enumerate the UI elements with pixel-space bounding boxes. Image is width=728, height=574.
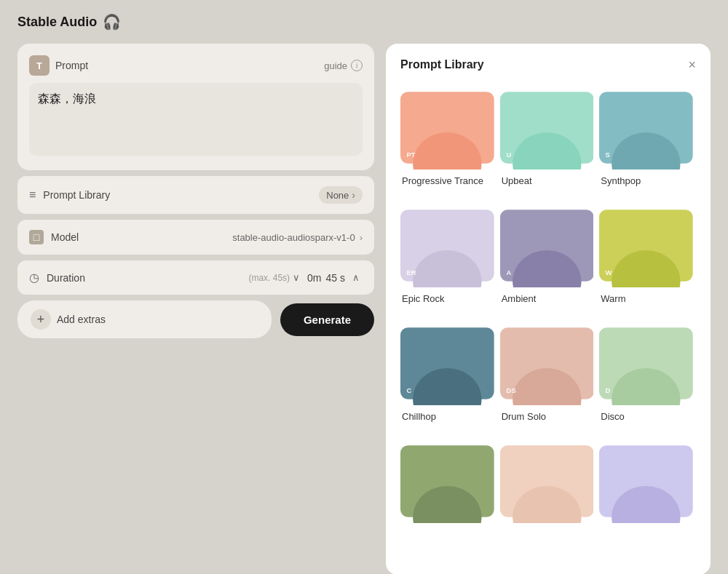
genre-thumbnail-synthpop: S [599, 86, 693, 170]
prompt-header: T Prompt guide i [29, 55, 363, 76]
duration-chevron-down-btn[interactable]: ∨ [290, 271, 303, 284]
app-title: Stable Audio [17, 15, 97, 30]
genre-card-ambient[interactable]: A Ambient [500, 204, 594, 316]
add-extras-label: Add extras [57, 314, 106, 325]
badge-chevron-icon: › [352, 189, 355, 201]
genre-card-drum-solo[interactable]: DS Drum Solo [500, 322, 594, 434]
logo-icon: 🎧 [103, 13, 121, 31]
svg-text:C: C [407, 386, 412, 394]
genre-name-genre10 [400, 529, 403, 540]
model-value: stable-audio-audiosparx-v1-0 [232, 232, 355, 243]
genre-name-upbeat: Upbeat [500, 175, 534, 186]
genre-card-warm[interactable]: W Warm [599, 204, 693, 316]
genre-thumbnail-warm: W [599, 204, 693, 287]
duration-row: ◷ Duration (max. 45s) ∨ 0m 45 s ∧ [17, 260, 374, 295]
info-icon: i [351, 60, 363, 71]
genre-thumbnail-epic-rock: ER [400, 204, 494, 287]
genre-name-warm: Warm [599, 293, 627, 304]
genre-name-progressive-trance: Progressive Trance [400, 175, 485, 186]
library-header: Prompt Library × [400, 58, 696, 71]
app-header: Stable Audio 🎧 [0, 0, 728, 44]
genre-thumbnail-upbeat: U [500, 86, 594, 170]
svg-text:D: D [606, 386, 611, 394]
prompt-avatar: T [29, 55, 50, 76]
duration-max-label: (max. 45s) [248, 273, 290, 283]
prompt-textarea[interactable]: 森森，海浪 [29, 83, 363, 156]
duration-label: Duration [47, 272, 248, 284]
genre-name-synthpop: Synthpop [599, 175, 642, 186]
genre-card-upbeat[interactable]: U Upbeat [500, 86, 594, 198]
duration-seconds: 45 s [326, 272, 345, 284]
genre-thumbnail-genre11 [500, 439, 594, 523]
close-library-button[interactable]: × [688, 58, 696, 71]
svg-text:DS: DS [506, 386, 515, 394]
genre-thumbnail-genre10 [400, 439, 494, 523]
genre-card-progressive-trance[interactable]: PT Progressive Trance [400, 86, 494, 198]
genre-card-genre10[interactable] [400, 439, 494, 551]
genre-card-chillhop[interactable]: C Chillhop [400, 322, 494, 434]
svg-text:U: U [506, 151, 511, 159]
genre-thumbnail-disco: D [599, 322, 693, 405]
svg-text:PT: PT [407, 151, 416, 159]
prompt-library-panel: Prompt Library × PT Progressive Trance U… [386, 44, 711, 574]
genre-thumbnail-drum-solo: DS [500, 322, 594, 405]
genre-name-drum-solo: Drum Solo [500, 411, 547, 422]
genre-thumbnail-ambient: A [500, 204, 594, 287]
main-content: T Prompt guide i 森森，海浪 ≡ Prompt Library … [0, 44, 728, 574]
svg-text:A: A [506, 268, 511, 276]
library-grid: PT Progressive Trance U Upbeat S Synthpo… [400, 86, 696, 551]
bottom-row: + Add extras Generate [17, 300, 374, 338]
genre-card-disco[interactable]: D Disco [599, 322, 693, 434]
genre-thumbnail-chillhop: C [400, 322, 494, 405]
genre-thumbnail-progressive-trance: PT [400, 86, 494, 170]
prompt-label: Prompt [55, 60, 88, 71]
genre-name-genre11 [500, 529, 503, 540]
prompt-library-row[interactable]: ≡ Prompt Library None › [17, 176, 374, 214]
model-icon: □ [29, 230, 44, 244]
library-title: Prompt Library [400, 58, 484, 71]
prompt-library-label: Prompt Library [43, 189, 319, 201]
model-chevron-icon: › [360, 232, 363, 243]
prompt-header-left: T Prompt [29, 55, 88, 76]
genre-card-synthpop[interactable]: S Synthpop [599, 86, 693, 198]
duration-minutes: 0m [307, 272, 321, 284]
duration-controls: ∨ 0m 45 s ∧ [290, 271, 363, 284]
badge-text: None [326, 190, 349, 201]
menu-lines-icon: ≡ [29, 188, 36, 202]
genre-name-ambient: Ambient [500, 293, 538, 304]
model-row[interactable]: □ Model stable-audio-audiosparx-v1-0 › [17, 220, 374, 255]
genre-card-epic-rock[interactable]: ER Epic Rock [400, 204, 494, 316]
duration-clock-icon: ◷ [29, 271, 39, 284]
svg-text:S: S [606, 151, 610, 159]
genre-card-genre11[interactable] [500, 439, 594, 551]
genre-card-genre12[interactable] [599, 439, 693, 551]
generate-button[interactable]: Generate [280, 303, 374, 336]
model-label: Model [51, 231, 232, 243]
genre-name-disco: Disco [599, 411, 626, 422]
svg-text:ER: ER [407, 268, 416, 276]
guide-text: guide [324, 60, 347, 71]
genre-name-epic-rock: Epic Rock [400, 293, 446, 304]
left-panel: T Prompt guide i 森森，海浪 ≡ Prompt Library … [17, 44, 374, 574]
prompt-card: T Prompt guide i 森森，海浪 [17, 44, 374, 170]
svg-text:W: W [606, 268, 612, 276]
add-extras-button[interactable]: + Add extras [17, 300, 272, 338]
prompt-library-badge[interactable]: None › [319, 186, 363, 204]
genre-name-chillhop: Chillhop [400, 411, 438, 422]
guide-link[interactable]: guide i [324, 60, 363, 71]
plus-circle-icon: + [31, 309, 51, 330]
genre-thumbnail-genre12 [599, 439, 693, 523]
genre-name-genre12 [599, 529, 602, 540]
duration-chevron-up-btn[interactable]: ∧ [349, 271, 363, 284]
